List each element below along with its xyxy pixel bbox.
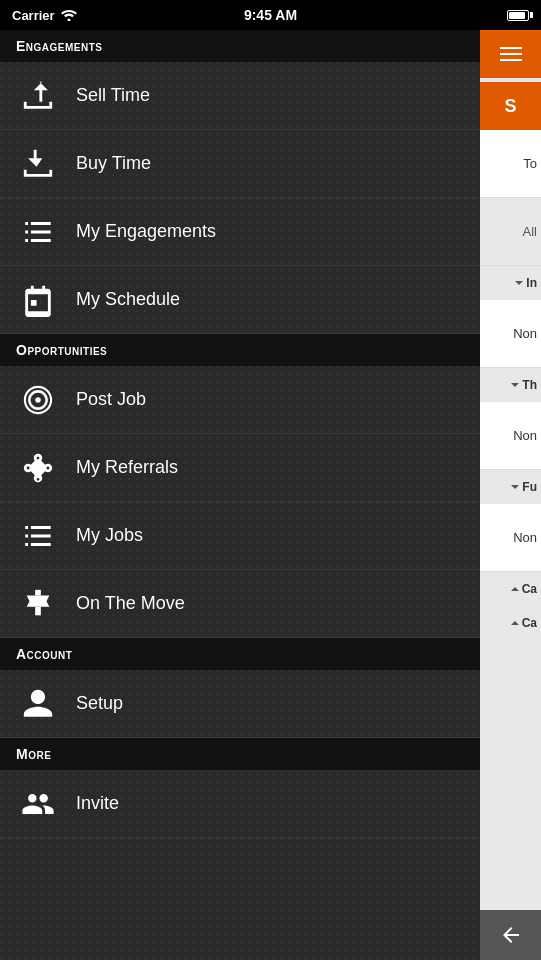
buy-time-label: Buy Time (76, 153, 151, 174)
sidebar-item-my-jobs[interactable]: My Jobs (0, 502, 480, 570)
non-label-3: Non (513, 530, 537, 545)
search-button[interactable]: S (480, 82, 541, 130)
svg-rect-2 (35, 589, 41, 595)
to-label: To (523, 156, 537, 171)
signpost-icon (16, 582, 60, 626)
people-icon (16, 782, 60, 826)
th-label: Th (522, 378, 537, 392)
in-section[interactable]: In (480, 266, 541, 300)
broadcast-icon (16, 378, 60, 422)
ca-label-2: Ca (522, 616, 537, 630)
list-icon (16, 210, 60, 254)
non-label-2: Non (513, 428, 537, 443)
section-header-account: Account (0, 638, 480, 670)
right-panel: S To All In Non Th (480, 30, 541, 960)
invite-label: Invite (76, 793, 119, 814)
hamburger-icon (500, 47, 522, 61)
post-job-label: Post Job (76, 389, 146, 410)
sidebar-item-sell-time[interactable]: Sell Time (0, 62, 480, 130)
hamburger-button[interactable] (480, 30, 541, 78)
status-bar-time: 9:45 AM (244, 7, 297, 23)
sidebar-item-invite[interactable]: Invite (0, 770, 480, 838)
sidebar-item-post-job[interactable]: Post Job (0, 366, 480, 434)
in-label: In (526, 276, 537, 290)
status-bar-left: Carrier (12, 8, 77, 23)
all-label: All (523, 224, 537, 239)
my-engagements-label: My Engagements (76, 221, 216, 242)
th-section[interactable]: Th (480, 368, 541, 402)
svg-rect-1 (35, 606, 41, 615)
ca-label-1: Ca (522, 582, 537, 596)
section-header-engagements: Engagements (0, 30, 480, 62)
ca-section-1[interactable]: Ca (480, 572, 541, 606)
sidebar-item-setup[interactable]: Setup (0, 670, 480, 738)
chevron-up-icon (510, 584, 520, 594)
battery-icon (507, 10, 529, 21)
sidebar-item-my-engagements[interactable]: My Engagements (0, 198, 480, 266)
sidebar-item-my-schedule[interactable]: My Schedule (0, 266, 480, 334)
wifi-icon (61, 9, 77, 21)
fu-label: Fu (522, 480, 537, 494)
network-icon (16, 446, 60, 490)
chevron-down-icon-2 (510, 380, 520, 390)
search-label: S (504, 96, 516, 117)
carrier-label: Carrier (12, 8, 55, 23)
my-jobs-label: My Jobs (76, 525, 143, 546)
person-icon (16, 682, 60, 726)
non-item-1[interactable]: Non (480, 300, 541, 368)
status-bar: Carrier 9:45 AM (0, 0, 541, 30)
sell-time-label: Sell Time (76, 85, 150, 106)
upload-icon (16, 74, 60, 118)
section-header-opportunities: Opportunities (0, 334, 480, 366)
download-icon (16, 142, 60, 186)
section-header-more: More (0, 738, 480, 770)
sidebar-item-my-referrals[interactable]: My Referrals (0, 434, 480, 502)
back-button[interactable] (480, 910, 541, 960)
sidebar-item-buy-time[interactable]: Buy Time (0, 130, 480, 198)
non-label-1: Non (513, 326, 537, 341)
list2-icon (16, 514, 60, 558)
sidebar-item-on-the-move[interactable]: On The Move (0, 570, 480, 638)
to-dropdown[interactable]: To (480, 130, 541, 198)
status-bar-right (507, 10, 529, 21)
setup-label: Setup (76, 693, 123, 714)
non-item-3[interactable]: Non (480, 504, 541, 572)
chevron-down-icon-3 (510, 482, 520, 492)
chevron-up-icon-2 (510, 618, 520, 628)
sidebar: Engagements Sell Time Buy Time (0, 30, 480, 960)
my-referrals-label: My Referrals (76, 457, 178, 478)
my-schedule-label: My Schedule (76, 289, 180, 310)
calendar-icon (16, 278, 60, 322)
main-container: Engagements Sell Time Buy Time (0, 30, 541, 960)
back-icon (499, 923, 523, 947)
fu-section[interactable]: Fu (480, 470, 541, 504)
chevron-down-icon (514, 278, 524, 288)
ca-section-2[interactable]: Ca (480, 606, 541, 640)
svg-point-0 (67, 19, 70, 22)
non-item-2[interactable]: Non (480, 402, 541, 470)
all-item[interactable]: All (480, 198, 541, 266)
on-the-move-label: On The Move (76, 593, 185, 614)
